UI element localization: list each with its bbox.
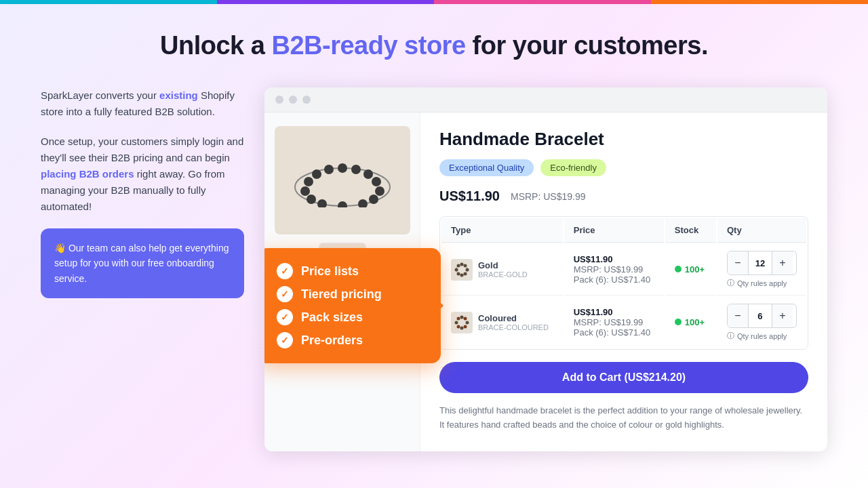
cta-text: Our team can also help get everything se… bbox=[54, 243, 229, 284]
feature-item-3: ✓ Pack sizes bbox=[277, 309, 422, 325]
qty-rules-label-gold: Qty rules apply bbox=[737, 279, 787, 287]
table-row: Coloured BRACE-COLOURED US$11.90 MSRP: U… bbox=[441, 297, 806, 348]
browser-topbar bbox=[264, 87, 827, 113]
variant-stock-gold: 100+ bbox=[665, 244, 716, 296]
feature-label-2: Tiered pricing bbox=[301, 287, 382, 302]
cta-icon: 👋 bbox=[54, 243, 66, 253]
svg-point-25 bbox=[464, 272, 467, 275]
info-icon-gold: ⓘ bbox=[727, 278, 734, 288]
svg-point-28 bbox=[455, 268, 458, 271]
gold-msrp: MSRP: US$19.99 bbox=[574, 264, 644, 274]
add-to-cart-button[interactable]: Add to Cart (US$214.20) bbox=[439, 362, 808, 393]
pricing-row: US$11.90 MSRP: US$19.99 bbox=[439, 188, 808, 204]
bar-purple bbox=[217, 0, 434, 4]
svg-point-6 bbox=[369, 195, 378, 204]
existing-link[interactable]: existing bbox=[159, 89, 198, 101]
svg-point-13 bbox=[312, 169, 321, 179]
intro-prefix: SparkLayer converts your bbox=[41, 89, 159, 101]
intro2-prefix: Once setup, your customers simply login … bbox=[41, 136, 243, 163]
feature-tooltip: ✓ Price lists ✓ Tiered pricing ✓ Pack si… bbox=[264, 248, 441, 363]
info-icon-coloured: ⓘ bbox=[727, 331, 734, 341]
coloured-pack: Pack (6): US$71.40 bbox=[574, 327, 650, 338]
product-title: Handmade Bracelet bbox=[439, 129, 808, 150]
hero-heading: Unlock a B2B-ready store for your custom… bbox=[160, 31, 708, 60]
product-image-area: ✓ Price lists ✓ Tiered pricing ✓ Pack si… bbox=[264, 113, 420, 451]
intro-text-1: SparkLayer converts your existing Shopif… bbox=[41, 87, 244, 120]
svg-point-23 bbox=[464, 264, 467, 267]
check-icon-1: ✓ bbox=[277, 263, 293, 279]
browser-content: ✓ Price lists ✓ Tiered pricing ✓ Pack si… bbox=[264, 113, 827, 451]
coloured-bracelet-icon bbox=[452, 313, 471, 332]
bar-cyan bbox=[0, 0, 217, 4]
variant-type-gold: Gold BRACE-GOLD bbox=[441, 244, 563, 296]
bar-pink bbox=[434, 0, 651, 4]
variant-name-coloured: Coloured bbox=[478, 313, 549, 323]
variant-type-coloured: Coloured BRACE-COLOURED bbox=[441, 297, 563, 348]
svg-point-35 bbox=[457, 325, 460, 328]
svg-point-14 bbox=[324, 165, 334, 174]
variant-stock-coloured: 100+ bbox=[665, 297, 716, 348]
intro-text-2: Once setup, your customers simply login … bbox=[41, 134, 244, 215]
svg-point-34 bbox=[460, 326, 464, 329]
svg-point-7 bbox=[358, 199, 368, 207]
qty-rules-gold: ⓘ Qty rules apply bbox=[727, 278, 797, 288]
table-row: Gold BRACE-GOLD US$11.90 MSRP: US$19.99 bbox=[441, 244, 806, 296]
feature-label-1: Price lists bbox=[301, 264, 359, 279]
coloured-msrp: MSRP: US$19.99 bbox=[574, 317, 644, 327]
qty-increment-gold[interactable]: + bbox=[772, 251, 793, 274]
top-color-bar bbox=[0, 0, 868, 4]
browser-mockup: ✓ Price lists ✓ Tiered pricing ✓ Pack si… bbox=[264, 87, 827, 451]
variant-name-gold: Gold bbox=[478, 260, 528, 270]
variant-img-coloured bbox=[451, 312, 473, 333]
hero-highlight: B2B-ready store bbox=[271, 31, 465, 60]
qty-input-coloured[interactable] bbox=[748, 304, 772, 327]
variant-img-gold bbox=[451, 259, 473, 281]
qty-decrement-gold[interactable]: − bbox=[728, 251, 748, 274]
qty-rules-coloured: ⓘ Qty rules apply bbox=[727, 331, 797, 341]
b2b-orders-link[interactable]: placing B2B orders bbox=[41, 168, 134, 180]
svg-point-5 bbox=[375, 186, 384, 196]
window-dot-2 bbox=[289, 96, 297, 104]
coloured-price: US$11.90 bbox=[574, 307, 613, 317]
check-icon-2: ✓ bbox=[277, 286, 293, 302]
svg-point-8 bbox=[338, 201, 347, 207]
check-icon-4: ✓ bbox=[277, 332, 293, 348]
product-badges: Exceptional Quality Eco-friendly bbox=[439, 159, 808, 176]
svg-point-33 bbox=[464, 325, 467, 328]
col-header-qty: Qty bbox=[717, 218, 806, 243]
variant-qty-gold: − + ⓘ Qty rules apply bbox=[717, 244, 806, 296]
svg-point-12 bbox=[304, 177, 313, 186]
gold-pack: Pack (6): US$71.40 bbox=[574, 274, 650, 285]
feature-item-2: ✓ Tiered pricing bbox=[277, 286, 422, 302]
svg-point-1 bbox=[338, 163, 347, 173]
svg-point-32 bbox=[466, 321, 469, 324]
svg-point-24 bbox=[466, 268, 469, 271]
window-dot-1 bbox=[275, 96, 283, 104]
bracelet-svg-main bbox=[288, 153, 397, 207]
feature-label-3: Pack sizes bbox=[301, 310, 363, 325]
feature-item-4: ✓ Pre-orders bbox=[277, 332, 422, 348]
badge-exceptional: Exceptional Quality bbox=[439, 159, 534, 176]
content-row: SparkLayer converts your existing Shopif… bbox=[41, 87, 827, 451]
cta-box: 👋 Our team can also help get everything … bbox=[41, 228, 244, 298]
svg-point-27 bbox=[457, 272, 460, 275]
svg-point-31 bbox=[464, 317, 467, 320]
qty-increment-coloured[interactable]: + bbox=[772, 304, 793, 327]
qty-rules-label-coloured: Qty rules apply bbox=[737, 332, 787, 340]
svg-point-26 bbox=[460, 273, 464, 277]
qty-stepper-coloured[interactable]: − + bbox=[727, 304, 797, 328]
variant-price-gold: US$11.90 MSRP: US$19.99 Pack (6): US$71.… bbox=[564, 244, 664, 296]
svg-point-36 bbox=[455, 321, 458, 324]
qty-input-gold[interactable] bbox=[748, 251, 772, 274]
variant-sku-coloured: BRACE-COLOURED bbox=[478, 323, 549, 331]
svg-point-10 bbox=[307, 195, 316, 204]
svg-point-9 bbox=[317, 199, 327, 207]
variant-qty-coloured: − + ⓘ Qty rules apply bbox=[717, 297, 806, 348]
qty-stepper-gold[interactable]: − + bbox=[727, 251, 797, 275]
svg-point-4 bbox=[372, 177, 381, 186]
variant-price-coloured: US$11.90 MSRP: US$19.99 Pack (6): US$71.… bbox=[564, 297, 664, 348]
left-column: SparkLayer converts your existing Shopif… bbox=[41, 87, 244, 298]
svg-point-22 bbox=[460, 262, 464, 266]
qty-decrement-coloured[interactable]: − bbox=[728, 304, 748, 327]
hero-suffix: for your customers. bbox=[466, 31, 708, 60]
